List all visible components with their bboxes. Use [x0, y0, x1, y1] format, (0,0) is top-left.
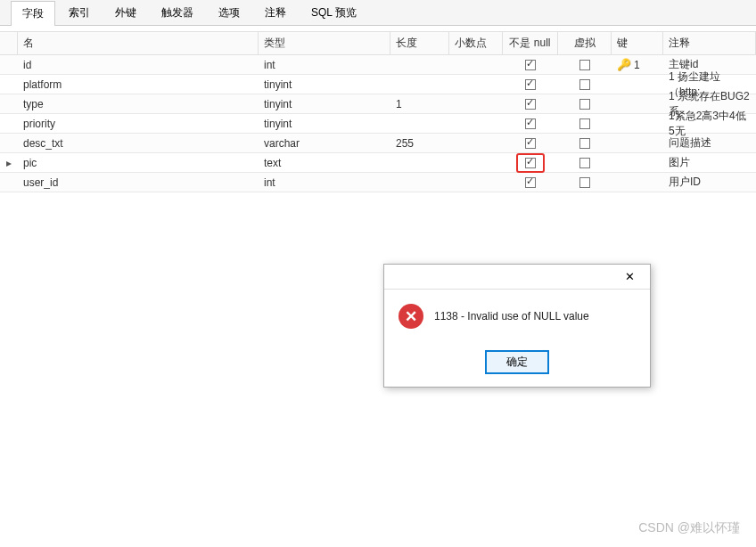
- dialog-titlebar: ✕: [384, 265, 650, 290]
- table-row[interactable]: user_idint用户ID: [0, 173, 756, 192]
- row-marker: ▸: [0, 157, 18, 169]
- checkbox-virtual[interactable]: [579, 177, 590, 188]
- cell-name[interactable]: type: [18, 95, 259, 113]
- cell-notnull[interactable]: [503, 115, 558, 133]
- cell-virtual[interactable]: [558, 135, 612, 152]
- cell-name[interactable]: pic: [18, 154, 259, 172]
- tab-3[interactable]: 触发器: [150, 0, 205, 25]
- cell-key[interactable]: [612, 160, 663, 166]
- col-key[interactable]: 键: [612, 32, 663, 54]
- cell-virtual[interactable]: [558, 154, 612, 172]
- cell-decimals[interactable]: [449, 62, 503, 68]
- cell-decimals[interactable]: [449, 180, 503, 185]
- checkbox-virtual[interactable]: [579, 60, 590, 70]
- watermark: CSDN @难以怀瑾: [638, 520, 740, 536]
- checkbox-notnull[interactable]: [525, 158, 536, 168]
- checkbox-virtual[interactable]: [579, 99, 590, 110]
- error-dialog: ✕ ✕ 1138 - Invalid use of NULL value 确定: [383, 264, 651, 388]
- key-number: 1: [634, 59, 640, 71]
- cell-type[interactable]: int: [259, 56, 390, 74]
- cell-decimals[interactable]: [449, 141, 503, 146]
- cell-virtual[interactable]: [558, 76, 612, 94]
- cell-notnull[interactable]: [503, 151, 558, 176]
- table-row[interactable]: idint🔑1主键id: [0, 55, 756, 75]
- table-row[interactable]: desc_txtvarchar255问题描述: [0, 134, 756, 153]
- key-icon: 🔑: [617, 58, 631, 71]
- cell-comment[interactable]: 用户ID: [663, 172, 756, 192]
- cell-type[interactable]: tinyint: [259, 76, 390, 94]
- cell-name[interactable]: id: [18, 56, 259, 74]
- checkbox-virtual[interactable]: [579, 118, 590, 129]
- cell-decimals[interactable]: [449, 102, 503, 107]
- table-row[interactable]: ▸pictext图片: [0, 153, 756, 173]
- table-row[interactable]: platformtinyint1 扬尘建垃（http:,: [0, 75, 756, 94]
- checkbox-virtual[interactable]: [579, 138, 590, 149]
- tab-5[interactable]: 注释: [253, 0, 298, 25]
- cell-comment[interactable]: 问题描述: [663, 133, 756, 153]
- tab-2[interactable]: 外键: [103, 0, 148, 25]
- cell-notnull[interactable]: [503, 174, 558, 192]
- cell-decimals[interactable]: [449, 82, 503, 87]
- cell-type[interactable]: tinyint: [259, 95, 390, 113]
- checkbox-notnull[interactable]: [525, 138, 536, 149]
- col-type[interactable]: 类型: [259, 32, 390, 54]
- tab-bar: 字段索引外键触发器选项注释SQL 预览: [0, 0, 756, 26]
- cell-key[interactable]: [612, 121, 663, 127]
- cell-length[interactable]: [390, 121, 449, 127]
- checkbox-virtual[interactable]: [579, 158, 590, 168]
- cell-length[interactable]: [390, 62, 449, 68]
- close-icon[interactable]: ✕: [616, 267, 643, 287]
- cell-virtual[interactable]: [558, 174, 612, 192]
- table-row[interactable]: typetinyint11 系统存在BUG2 系: [0, 94, 756, 114]
- cell-type[interactable]: tinyint: [259, 115, 390, 133]
- cell-length[interactable]: [390, 82, 449, 87]
- checkbox-notnull[interactable]: [525, 99, 536, 110]
- table-body: idint🔑1主键idplatformtinyint1 扬尘建垃（http:,t…: [0, 55, 756, 192]
- cell-type[interactable]: text: [259, 154, 390, 172]
- dialog-message: 1138 - Invalid use of NULL value: [434, 310, 589, 322]
- cell-name[interactable]: platform: [18, 76, 259, 94]
- cell-key[interactable]: 🔑1: [612, 55, 663, 74]
- table-row[interactable]: prioritytinyint1紧急2高3中4低5无: [0, 114, 756, 134]
- cell-virtual[interactable]: [558, 95, 612, 113]
- col-comment[interactable]: 注释: [663, 32, 756, 54]
- cell-length[interactable]: 1: [390, 95, 449, 113]
- cell-key[interactable]: [612, 82, 663, 87]
- tab-6[interactable]: SQL 预览: [300, 0, 368, 25]
- col-decimals[interactable]: 小数点: [449, 32, 503, 54]
- cell-type[interactable]: varchar: [259, 135, 390, 152]
- cell-notnull[interactable]: [503, 135, 558, 152]
- cell-notnull[interactable]: [503, 56, 558, 74]
- cell-virtual[interactable]: [558, 115, 612, 133]
- checkbox-notnull[interactable]: [525, 118, 536, 129]
- table-header: 名 类型 长度 小数点 不是 null 虚拟 键 注释: [0, 31, 756, 55]
- tab-1[interactable]: 索引: [57, 0, 102, 25]
- cell-decimals[interactable]: [449, 121, 503, 127]
- cell-name[interactable]: desc_txt: [18, 135, 259, 152]
- ok-button[interactable]: 确定: [485, 350, 549, 374]
- checkbox-notnull[interactable]: [525, 177, 536, 188]
- cell-key[interactable]: [612, 180, 663, 185]
- col-name[interactable]: 名: [18, 32, 259, 54]
- cell-key[interactable]: [612, 141, 663, 146]
- tab-4[interactable]: 选项: [207, 0, 251, 25]
- tab-0[interactable]: 字段: [11, 1, 55, 26]
- cell-notnull[interactable]: [503, 76, 558, 94]
- checkbox-notnull[interactable]: [525, 79, 536, 90]
- cell-comment[interactable]: 图片: [663, 152, 756, 173]
- col-virtual[interactable]: 虚拟: [558, 32, 612, 54]
- cell-decimals[interactable]: [449, 160, 503, 166]
- cell-key[interactable]: [612, 102, 663, 107]
- cell-length[interactable]: [390, 180, 449, 185]
- cell-name[interactable]: user_id: [18, 174, 259, 192]
- cell-type[interactable]: int: [259, 174, 390, 192]
- cell-name[interactable]: priority: [18, 115, 259, 133]
- col-notnull[interactable]: 不是 null: [503, 32, 558, 54]
- cell-virtual[interactable]: [558, 56, 612, 74]
- checkbox-notnull[interactable]: [525, 60, 536, 70]
- checkbox-virtual[interactable]: [579, 79, 590, 90]
- cell-length[interactable]: [390, 160, 449, 166]
- col-length[interactable]: 长度: [390, 32, 449, 54]
- cell-length[interactable]: 255: [390, 135, 449, 152]
- cell-notnull[interactable]: [503, 95, 558, 113]
